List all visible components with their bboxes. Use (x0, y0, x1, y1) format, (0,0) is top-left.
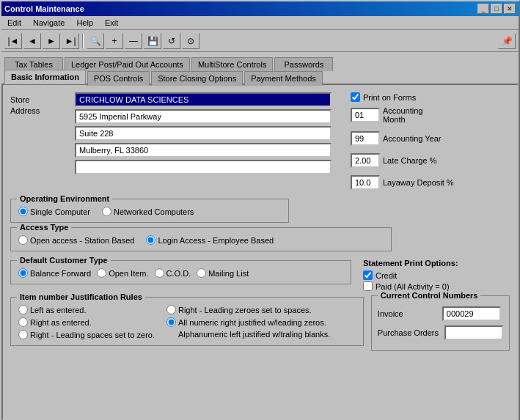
invoice-input[interactable] (442, 306, 501, 321)
separator-1 (82, 34, 84, 48)
main-content: Store Address Print on Forms Account (1, 84, 519, 420)
store-inputs (75, 92, 332, 174)
close-button[interactable]: ✕ (504, 4, 516, 14)
menu-help[interactable]: Help (73, 18, 96, 28)
save-button[interactable]: 💾 (144, 33, 161, 49)
radio-login-access-input[interactable] (146, 235, 155, 245)
address-line1-input[interactable] (75, 92, 332, 107)
menu-navigate[interactable]: Navigate (30, 18, 67, 28)
radio-mailing-list-input[interactable] (197, 268, 206, 278)
delete-button[interactable]: — (125, 33, 142, 49)
radio-right-leading-zeroes: Right - Leading zeroes set to spaces. (166, 305, 330, 314)
radio-open-access-label: Open access - Station Based (30, 236, 134, 245)
operating-env-group: Operating Environment Single Computer Ne… (10, 199, 289, 223)
tab-passwords[interactable]: Passwords (274, 57, 333, 71)
search-button[interactable]: 🔍 (87, 33, 104, 49)
radio-all-numeric: All numeric right justified w/leading ze… (166, 317, 330, 327)
menu-exit[interactable]: Exit (102, 18, 121, 28)
purchase-orders-row: Purchase Orders (378, 325, 503, 340)
radio-open-item: Open Item. (97, 268, 148, 278)
tab-pos-controls[interactable]: POS Controls (87, 71, 150, 86)
window-title: Control Maintenance (4, 4, 84, 13)
layaway-deposit-input[interactable] (351, 175, 380, 190)
tab-multistore[interactable]: MultiStore Controls (191, 57, 274, 71)
customer-statement-row: Default Customer Type Balance Forward Op… (10, 256, 510, 291)
radio-right-leading-zeroes-label: Right - Leading zeroes set to spaces. (178, 306, 312, 314)
purchase-orders-label: Purchase Orders (378, 328, 439, 337)
current-control-group: Current Control Numbers Invoice Purchase… (371, 295, 510, 351)
radio-open-access: Open access - Station Based (18, 235, 134, 245)
radio-networked-computers-input[interactable] (102, 207, 111, 216)
radio-right-as-entered-label: Right as entered. (30, 318, 92, 327)
late-charge-input[interactable] (351, 153, 380, 168)
purchase-orders-input[interactable] (444, 325, 503, 340)
radio-all-numeric-input[interactable] (166, 317, 176, 327)
right-panel: Print on Forms Accounting Month Accounti… (351, 92, 454, 193)
title-bar: Control Maintenance _ □ ✕ (1, 1, 519, 16)
radio-single-computer: Single Computer (18, 207, 90, 216)
radio-cod-input[interactable] (155, 268, 164, 278)
print-on-forms-label: Print on Forms (363, 93, 416, 102)
credit-option-row: Credit (363, 270, 510, 280)
last-record-button[interactable]: ►| (62, 33, 79, 49)
radio-cod-label: C.O.D. (166, 269, 191, 278)
address-line3-input[interactable] (75, 126, 332, 141)
first-record-button[interactable]: |◄ (4, 33, 22, 49)
accounting-month-input[interactable] (351, 108, 380, 122)
paid-label: Paid (All Activity = 0) (376, 282, 450, 291)
radio-single-computer-label: Single Computer (30, 207, 90, 216)
print-on-forms-checkbox[interactable] (351, 92, 360, 102)
add-button[interactable]: + (106, 33, 123, 49)
next-record-button[interactable]: ► (43, 33, 60, 49)
radio-mailing-list: Mailing List (197, 268, 249, 278)
credit-checkbox[interactable] (363, 270, 373, 280)
radio-open-item-label: Open Item. (109, 269, 148, 278)
radio-right-leading-spaces-input[interactable] (18, 330, 28, 339)
default-customer-title: Default Customer Type (17, 256, 111, 265)
radio-right-leading-zeroes-input[interactable] (166, 305, 176, 314)
main-window: Control Maintenance _ □ ✕ Edit Navigate … (0, 0, 520, 420)
radio-open-item-input[interactable] (97, 268, 106, 278)
radio-login-access: Login Access - Employee Based (146, 235, 274, 245)
paid-checkbox[interactable] (363, 281, 373, 291)
pin-button[interactable]: 📌 (498, 33, 516, 49)
tabs-row1-container: Tax Tables Ledger Post/Paid Out Accounts… (1, 52, 519, 84)
address-line5-input[interactable] (75, 160, 332, 174)
accounting-year-row: Accounting Year (351, 131, 454, 146)
radio-open-access-input[interactable] (18, 235, 28, 245)
settings-button[interactable]: ⊙ (182, 33, 199, 49)
access-type-title: Access Type (17, 223, 71, 232)
refresh-button[interactable]: ↺ (163, 33, 180, 49)
access-type-options: Open access - Station Based Login Access… (18, 235, 384, 245)
late-charge-row: Late Charge % (351, 153, 454, 168)
maximize-button[interactable]: □ (491, 4, 502, 14)
title-bar-controls: _ □ ✕ (477, 4, 516, 14)
radio-balance-forward-label: Balance Forward (30, 269, 91, 278)
customer-type-options: Balance Forward Open Item. C.O.D. Mailin… (18, 268, 343, 278)
current-control-title: Current Control Numbers (378, 291, 481, 300)
justification-group: Item number Justification Rules Left as … (10, 297, 364, 346)
minimize-button[interactable]: _ (477, 4, 489, 14)
radio-right-as-entered-input[interactable] (18, 317, 28, 327)
tab-store-closing[interactable]: Store Closing Options (151, 71, 243, 86)
accounting-year-label: Accounting Year (383, 134, 442, 143)
address-line4-input[interactable] (75, 143, 332, 158)
radio-left-as-entered-input[interactable] (18, 305, 28, 314)
menu-edit[interactable]: Edit (4, 18, 24, 28)
print-on-forms-row: Print on Forms (351, 92, 454, 102)
store-address-label: Store Address (10, 92, 69, 117)
radio-networked-computers-label: Networked Computers (114, 207, 194, 216)
radio-login-access-label: Login Access - Employee Based (158, 236, 274, 245)
alphanumeric-note: Alphanumeric left justified w/traling bl… (178, 330, 330, 339)
tab-payment-methods[interactable]: Payment Methods (244, 71, 323, 86)
radio-single-computer-input[interactable] (18, 207, 28, 216)
toolbar: |◄ ◄ ► ►| 🔍 + — 💾 ↺ ⊙ 📌 (1, 30, 519, 52)
address-line2-input[interactable] (75, 109, 332, 124)
radio-right-leading-spaces: Right - Leading spaces set to zero. (18, 330, 155, 339)
accounting-year-input[interactable] (351, 131, 380, 146)
radio-balance-forward: Balance Forward (18, 268, 91, 278)
layaway-deposit-label: Layaway Deposit % (383, 178, 454, 187)
prev-record-button[interactable]: ◄ (23, 33, 41, 49)
tab-basic-info[interactable]: Basic Information (4, 70, 86, 84)
radio-balance-forward-input[interactable] (18, 268, 28, 278)
